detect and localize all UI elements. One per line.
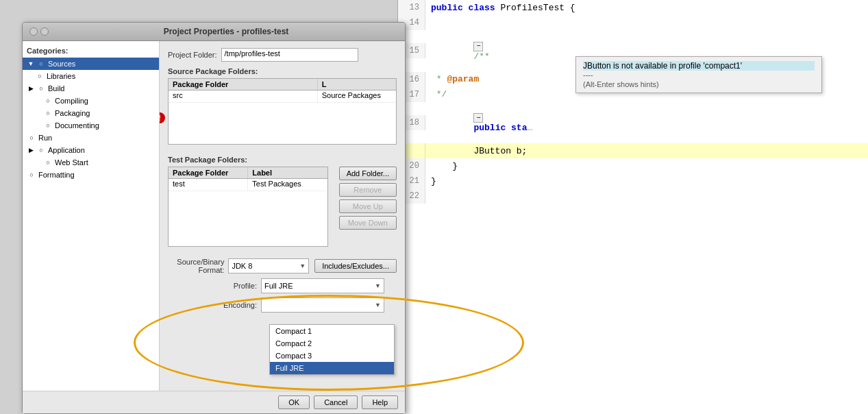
folder-icon: ○ bbox=[36, 84, 46, 93]
sidebar-item-web-start[interactable]: ○ Web Start bbox=[23, 156, 159, 169]
sidebar-item-build[interactable]: ▶ ○ Build bbox=[23, 82, 159, 95]
sidebar-item-label: Web Start bbox=[55, 158, 88, 167]
title-buttons bbox=[29, 27, 49, 36]
line-content: public class ProfilesTest { bbox=[425, 3, 575, 13]
move-up-button[interactable]: Move Up bbox=[339, 199, 397, 213]
sidebar-item-label: Application bbox=[48, 146, 85, 154]
folder-icon: ○ bbox=[27, 170, 36, 180]
dialog-buttons: OK Cancel Help bbox=[23, 391, 405, 413]
sidebar-item-label: Build bbox=[48, 84, 64, 93]
tooltip-separator: ---- bbox=[583, 71, 815, 79]
categories-header: Categories: bbox=[23, 45, 159, 58]
categories-panel: Categories: ▼ ○ Sources ○ Libraries ▶ ○ … bbox=[23, 41, 160, 391]
sidebar-item-label: Packaging bbox=[55, 109, 90, 117]
line-number: 13 bbox=[398, 0, 425, 15]
test-section: Package Folder Label test Test Packages … bbox=[168, 167, 397, 252]
line-content: − public sta… bbox=[425, 102, 532, 144]
side-buttons: Add Folder... Remove Move Up Move Down bbox=[334, 167, 397, 252]
source-table-container: Package Folder L src Source Packages ! bbox=[168, 78, 397, 150]
test-table-empty bbox=[169, 191, 327, 246]
sidebar-item-run[interactable]: ○ Run bbox=[23, 132, 159, 144]
source-binary-format-select[interactable]: JDK 8 ▼ bbox=[228, 258, 309, 273]
sidebar-item-compiling[interactable]: ○ Compiling bbox=[23, 95, 159, 107]
sidebar-item-application[interactable]: ▶ ○ Application bbox=[23, 144, 159, 156]
profile-dropdown-menu: Compact 1 Compact 2 Compact 3 Full JRE bbox=[269, 324, 395, 375]
encoding-select[interactable]: ▼ bbox=[261, 297, 384, 313]
code-line-21: 21 } bbox=[398, 173, 868, 188]
project-folder-value: /tmp/profiles-test bbox=[221, 48, 358, 62]
help-button[interactable]: Help bbox=[362, 395, 398, 409]
source-binary-format-row: Source/Binary Format: JDK 8 ▼ Includes/E… bbox=[168, 258, 397, 274]
chevron-down-icon: ▼ bbox=[375, 282, 381, 289]
code-line-14: 14 bbox=[398, 15, 868, 30]
profile-select[interactable]: Full JRE ▼ bbox=[261, 278, 384, 293]
table-row[interactable]: test Test Packages bbox=[169, 179, 327, 191]
code-line-19: JButton b; bbox=[398, 143, 868, 158]
chevron-down-icon: ▼ bbox=[299, 263, 306, 269]
folder-icon: ○ bbox=[35, 71, 45, 81]
includes-excludes-button[interactable]: Includes/Excludes... bbox=[314, 259, 397, 273]
move-down-button[interactable]: Move Down bbox=[339, 216, 397, 230]
source-col2-header: L bbox=[318, 79, 396, 90]
dropdown-item-compact1[interactable]: Compact 1 bbox=[270, 325, 394, 337]
sidebar-item-label: Sources bbox=[48, 60, 75, 68]
sidebar-item-packaging[interactable]: ○ Packaging bbox=[23, 107, 159, 119]
profile-label: Profile: bbox=[168, 282, 257, 290]
source-binary-format-value: JDK 8 bbox=[232, 262, 252, 270]
tooltip-hint: (Alt-Enter shows hints) bbox=[583, 80, 815, 88]
sidebar-item-label: Libraries bbox=[47, 72, 75, 80]
sidebar-item-sources[interactable]: ▼ ○ Sources bbox=[23, 58, 159, 70]
project-folder-label: Project Folder: bbox=[168, 51, 217, 59]
folder-icon: ○ bbox=[43, 158, 53, 167]
line-content: } bbox=[425, 176, 436, 186]
table-row[interactable]: src Source Packages bbox=[169, 90, 396, 103]
profile-value: Full JRE bbox=[264, 282, 293, 290]
tooltip-box: JButton is not available in profile 'com… bbox=[575, 56, 822, 93]
folder-icon: ○ bbox=[43, 108, 53, 118]
folder-icon: ○ bbox=[36, 145, 46, 155]
dropdown-item-compact3[interactable]: Compact 3 bbox=[270, 350, 394, 362]
fold-icon[interactable]: − bbox=[473, 113, 483, 123]
minimize-button[interactable] bbox=[40, 27, 49, 36]
folder-icon: ○ bbox=[43, 96, 53, 106]
source-label-cell: Source Packages bbox=[318, 90, 396, 102]
expand-icon: ▶ bbox=[27, 146, 35, 154]
sidebar-item-label: Formatting bbox=[38, 171, 75, 179]
sidebar-item-formatting[interactable]: ○ Formatting bbox=[23, 169, 159, 181]
code-line-13: 13 public class ProfilesTest { bbox=[398, 0, 868, 15]
test-table-header: Package Folder Label bbox=[169, 167, 327, 179]
sidebar-item-libraries[interactable]: ○ Libraries bbox=[23, 70, 159, 82]
source-binary-format-label: Source/Binary Format: bbox=[168, 258, 224, 274]
dropdown-item-compact2[interactable]: Compact 2 bbox=[270, 337, 394, 350]
code-line-22: 22 bbox=[398, 188, 868, 204]
test-table-container: Package Folder Label test Test Packages bbox=[168, 167, 328, 252]
code-lines: 13 public class ProfilesTest { 14 15 − /… bbox=[398, 0, 868, 204]
sidebar-item-label: Documenting bbox=[55, 121, 99, 130]
source-package-folders-label: Source Package Folders: bbox=[168, 67, 397, 75]
add-folder-button[interactable]: Add Folder... bbox=[339, 167, 397, 180]
remove-button[interactable]: Remove bbox=[339, 183, 397, 197]
tooltip-error-text: JButton is not available in profile 'com… bbox=[583, 61, 815, 71]
cancel-button[interactable]: Cancel bbox=[314, 395, 358, 409]
test-label-cell: Test Packages bbox=[248, 179, 327, 191]
close-button[interactable] bbox=[29, 27, 38, 36]
line-content: − /** bbox=[425, 30, 490, 72]
line-content: } bbox=[425, 161, 458, 171]
expand-icon: ▼ bbox=[27, 60, 35, 68]
expand-icon: ▶ bbox=[27, 84, 35, 93]
folder-icon: ○ bbox=[36, 59, 46, 69]
source-section: Package Folder L src Source Packages ! bbox=[168, 78, 397, 150]
error-indicator-container: ! bbox=[160, 112, 165, 123]
source-table-header: Package Folder L bbox=[169, 79, 396, 90]
fold-icon[interactable]: − bbox=[473, 42, 483, 51]
project-folder-row: Project Folder: /tmp/profiles-test bbox=[168, 48, 397, 62]
test-col1-header: Package Folder bbox=[169, 167, 248, 178]
code-line-18: 18 − public sta… bbox=[398, 102, 868, 144]
ok-button[interactable]: OK bbox=[278, 395, 310, 409]
sidebar-item-documenting[interactable]: ○ Documenting bbox=[23, 119, 159, 132]
source-table-empty bbox=[169, 103, 396, 144]
line-content: JButton b; bbox=[425, 146, 527, 156]
sidebar-item-label: Run bbox=[38, 134, 52, 142]
dropdown-item-full-jre[interactable]: Full JRE bbox=[270, 362, 394, 374]
profile-row: Profile: Full JRE ▼ bbox=[168, 278, 397, 293]
